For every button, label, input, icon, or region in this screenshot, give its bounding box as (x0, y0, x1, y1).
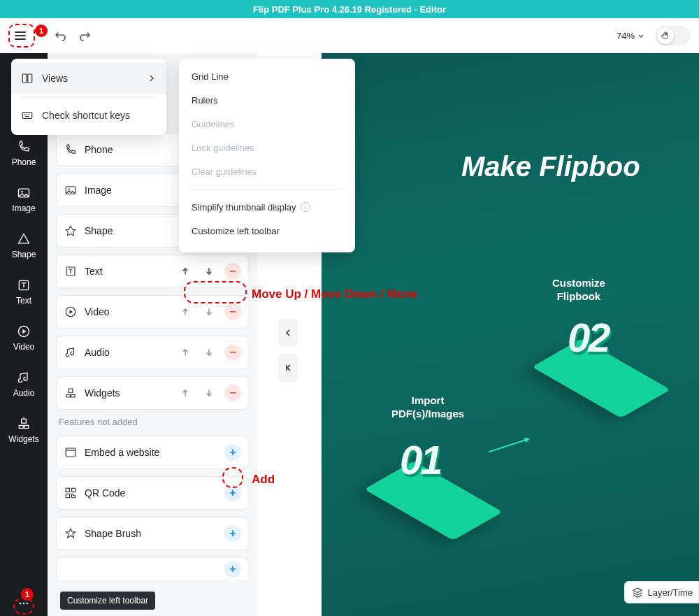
customize-row-embed-website[interactable]: Embed a website + (56, 436, 249, 469)
page-navigation (278, 319, 298, 382)
sidebar-item-video[interactable]: Video (0, 315, 48, 361)
menu-item-shortcut-keys[interactable]: Check shortcut keys (11, 100, 166, 131)
sidebar-item-widgets[interactable]: Widgets (0, 407, 48, 453)
iso-tile-2: 02 (524, 322, 678, 427)
first-page-button[interactable] (278, 354, 298, 382)
undo-button[interactable] (49, 24, 73, 48)
sidebar-item-label: Phone (12, 157, 36, 167)
sidebar-item-shape[interactable]: Shape (0, 222, 48, 268)
menu-item-label: Customize left toolbar (192, 226, 280, 236)
sidebar-item-audio[interactable]: Audio (0, 361, 48, 407)
arrow-up-icon (180, 348, 190, 357)
flipbook-page[interactable]: Make Flipboo Import PDF(s)/Images Custom… (322, 53, 699, 616)
arrow-up-icon (180, 307, 190, 317)
move-down-button[interactable] (201, 263, 217, 280)
customize-row-label: Text (85, 266, 170, 277)
sidebar-item-label: Widgets (8, 434, 38, 444)
svg-rect-16 (28, 74, 32, 83)
sidebar-item-text[interactable]: Text (0, 268, 48, 315)
menu-item-simplify-thumbnail[interactable]: Simplify thumbnail display i (179, 195, 355, 219)
hand-icon (661, 31, 670, 41)
customize-row-hidden[interactable]: + (56, 557, 249, 580)
menu-item-label: Grid Line (192, 71, 229, 82)
zoom-value: 74% (617, 31, 635, 41)
hamburger-icon (13, 29, 27, 43)
sidebar-item-label: Audio (13, 388, 35, 398)
svg-point-8 (69, 188, 70, 189)
menu-item-label: Check shortcut keys (42, 110, 130, 121)
hand-tool-toggle[interactable] (656, 26, 691, 45)
svg-point-4 (20, 603, 22, 605)
svg-rect-15 (22, 74, 27, 83)
page-headline: Make Flipboo (461, 151, 640, 182)
customize-row-qr-code[interactable]: QR Code + (56, 476, 249, 510)
arrow-down-icon (204, 348, 214, 357)
customize-row-text[interactable]: Text − (56, 255, 249, 288)
remove-button[interactable]: − (224, 385, 241, 401)
svg-rect-11 (66, 448, 75, 457)
menu-item-label: Clear guidelines (192, 166, 257, 177)
menu-divider (189, 189, 345, 189)
move-down-button[interactable] (201, 303, 217, 320)
remove-button[interactable]: − (224, 303, 241, 320)
menu-divider (20, 96, 158, 97)
remove-button[interactable]: − (224, 344, 241, 361)
customize-row-video[interactable]: Video − (56, 295, 249, 329)
move-up-button[interactable] (177, 263, 194, 280)
menu-item-customize-left-toolbar[interactable]: Customize left toolbar (179, 219, 355, 243)
customize-row-label: Embed a website (85, 447, 217, 458)
shape-icon (16, 231, 31, 247)
remove-button[interactable]: − (224, 263, 241, 280)
add-button[interactable]: + (224, 525, 241, 542)
blank-icon (64, 562, 78, 576)
widgets-icon (16, 416, 31, 431)
hamburger-menu-button[interactable] (8, 24, 32, 48)
customize-row-shape-brush[interactable]: Shape Brush + (56, 517, 249, 550)
menu-item-rulers[interactable]: Rulers (179, 88, 355, 112)
svg-point-5 (23, 603, 25, 605)
move-up-button[interactable] (177, 303, 194, 320)
sidebar-item-image[interactable]: Image (0, 176, 48, 222)
annotation-text-move: Move Up / Move Down / Move (252, 287, 417, 301)
move-up-button[interactable] (177, 344, 194, 361)
menu-item-label: Views (42, 73, 68, 84)
sidebar-item-label: Shape (12, 250, 36, 259)
top-toolbar: 74% (0, 18, 699, 53)
title-bar: Flip PDF Plus Pro 4.26.19 Registered - E… (0, 0, 699, 18)
add-button[interactable]: + (224, 444, 241, 461)
annotation-badge-1b: 1 (21, 588, 34, 601)
image-icon (16, 185, 31, 201)
move-up-button[interactable] (177, 385, 194, 401)
menu-item-clear-guidelines: Clear guidelines (179, 159, 355, 183)
tooltip-customize-left-toolbar: Customize left toolbar (60, 592, 155, 610)
move-down-button[interactable] (201, 344, 217, 361)
sidebar-item-phone[interactable]: Phone (0, 130, 48, 176)
move-down-button[interactable] (201, 385, 217, 401)
chevron-left-icon (283, 328, 293, 338)
redo-button[interactable] (73, 24, 96, 48)
views-icon (21, 72, 34, 85)
shape-brush-icon (64, 527, 78, 540)
svg-rect-12 (66, 488, 69, 492)
menu-item-views[interactable]: Views (11, 63, 166, 94)
iso-tile-1: 01 (356, 445, 510, 550)
add-button[interactable]: + (224, 485, 241, 501)
iso-number-1: 01 (400, 436, 441, 483)
left-sidebar: Phone Image Shape Text Video Audio Widge… (0, 53, 48, 616)
menu-item-grid-line[interactable]: Grid Line (179, 64, 355, 88)
app-title: Flip PDF Plus Pro 4.26.19 Registered - E… (253, 4, 446, 15)
embed-icon (64, 445, 78, 459)
video-icon (16, 324, 31, 339)
layer-time-button[interactable]: Layer/Time (624, 581, 699, 603)
add-button[interactable]: + (224, 561, 241, 578)
chevron-down-icon (636, 31, 646, 41)
arrow-down-icon (204, 266, 214, 276)
feature-label-2: Customize Flipbook (552, 277, 605, 303)
svg-rect-13 (72, 488, 75, 492)
prev-page-button[interactable] (278, 319, 298, 347)
zoom-display[interactable]: 74% (617, 31, 646, 41)
customize-row-audio[interactable]: Audio − (56, 336, 249, 369)
undo-icon (54, 29, 68, 43)
customize-row-widgets[interactable]: Widgets − (56, 376, 249, 410)
sidebar-item-label: Text (16, 296, 31, 306)
